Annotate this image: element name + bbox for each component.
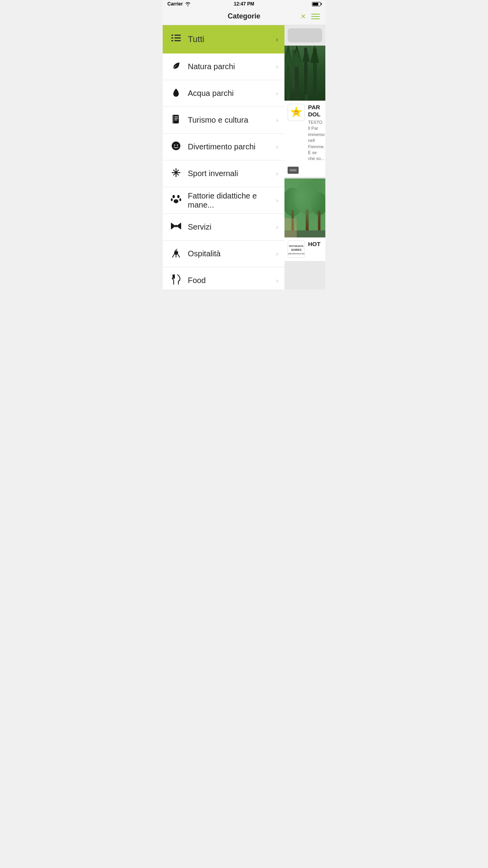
svg-rect-0 bbox=[171, 35, 173, 36]
svg-rect-2 bbox=[171, 40, 173, 41]
svg-text:SORES: SORES bbox=[291, 248, 302, 252]
carrier-label: Carrier bbox=[167, 1, 183, 7]
svg-rect-56 bbox=[306, 209, 308, 237]
leaf-icon bbox=[169, 61, 183, 72]
wifi-icon bbox=[185, 2, 191, 6]
card-2-info: RISTORANTE SORES wild adventure bar HOT bbox=[284, 237, 325, 261]
divertimento-arrow: › bbox=[276, 143, 278, 151]
battery-icon bbox=[312, 2, 321, 6]
ospitalita-arrow: › bbox=[276, 250, 278, 257]
svg-rect-4 bbox=[174, 37, 181, 39]
svg-rect-1 bbox=[171, 37, 173, 39]
search-bar[interactable] bbox=[288, 28, 322, 42]
card-2-title: HOT bbox=[308, 241, 322, 248]
card-1-logo: DOL bbox=[288, 104, 305, 121]
card-1-info: DOL PAR DOL TESTO Il Par immerso nell Fi… bbox=[284, 101, 325, 165]
categories-panel: Tutti › Natura parchi › Acqua parchi › bbox=[163, 25, 284, 289]
content-panel: DOL PAR DOL TESTO Il Par immerso nell Fi… bbox=[284, 25, 325, 289]
tutti-arrow: › bbox=[276, 35, 278, 44]
svg-rect-50 bbox=[290, 169, 297, 171]
book-icon bbox=[169, 114, 183, 126]
svg-point-22 bbox=[179, 172, 180, 173]
servizi-arrow: › bbox=[276, 224, 278, 231]
category-item-acqua-parchi[interactable]: Acqua parchi › bbox=[163, 80, 284, 107]
status-bar: Carrier 12:47 PM bbox=[163, 0, 325, 8]
svg-point-52 bbox=[284, 188, 303, 216]
category-item-fattorie[interactable]: Fattorie didattiche e mane... › bbox=[163, 187, 284, 214]
status-left: Carrier bbox=[167, 1, 191, 7]
svg-point-18 bbox=[175, 172, 177, 174]
svg-point-19 bbox=[176, 168, 177, 169]
svg-point-12 bbox=[174, 145, 175, 146]
svg-point-27 bbox=[174, 199, 178, 203]
category-item-divertimento-parchi[interactable]: Divertimento parchi › bbox=[163, 134, 284, 160]
category-item-food[interactable]: Food › bbox=[163, 267, 284, 289]
svg-text:RISTORANTE: RISTORANTE bbox=[289, 245, 303, 247]
svg-point-11 bbox=[172, 142, 180, 150]
turismo-cultura-label: Turismo e cultura bbox=[188, 116, 276, 125]
svg-point-20 bbox=[176, 176, 177, 177]
svg-point-24 bbox=[177, 195, 180, 198]
tutti-label: Tutti bbox=[188, 34, 276, 44]
card-2[interactable]: RISTORANTE SORES wild adventure bar HOT bbox=[284, 178, 325, 261]
main-layout: Tutti › Natura parchi › Acqua parchi › bbox=[163, 25, 325, 289]
card-2-logo: RISTORANTE SORES wild adventure bar bbox=[288, 241, 305, 258]
status-right bbox=[312, 2, 321, 6]
menu-line-1 bbox=[311, 14, 320, 15]
bowtie-icon bbox=[169, 222, 183, 232]
svg-rect-51 bbox=[284, 178, 325, 237]
paw-icon bbox=[169, 195, 183, 206]
divertimento-label: Divertimento parchi bbox=[188, 142, 276, 151]
sport-invernali-label: Sport invernali bbox=[188, 169, 276, 178]
battery-fill bbox=[313, 3, 318, 6]
fattorie-arrow: › bbox=[276, 197, 278, 204]
campfire-icon bbox=[169, 248, 183, 260]
close-button[interactable]: × bbox=[301, 11, 306, 22]
card-1-image bbox=[284, 46, 325, 101]
category-item-tutti[interactable]: Tutti › bbox=[163, 25, 284, 53]
svg-rect-55 bbox=[292, 210, 294, 237]
card-1-footer bbox=[284, 165, 325, 177]
svg-point-25 bbox=[171, 199, 173, 201]
svg-point-21 bbox=[172, 172, 173, 173]
category-item-ospitalita[interactable]: Ospitalità › bbox=[163, 241, 284, 267]
servizi-label: Servizi bbox=[188, 223, 276, 232]
cutlery-icon bbox=[169, 274, 183, 287]
smile-icon bbox=[169, 141, 183, 153]
svg-point-54 bbox=[311, 192, 325, 215]
svg-point-53 bbox=[295, 181, 319, 214]
svg-rect-3 bbox=[174, 35, 181, 36]
turismo-cultura-arrow: › bbox=[276, 117, 278, 124]
natura-parchi-label: Natura parchi bbox=[188, 62, 276, 71]
svg-point-26 bbox=[180, 199, 182, 201]
svg-point-28 bbox=[175, 225, 177, 227]
drop-icon bbox=[169, 88, 183, 99]
category-item-sport-invernali[interactable]: Sport invernali › bbox=[163, 160, 284, 187]
category-item-turismo-cultura[interactable]: Turismo e cultura › bbox=[163, 107, 284, 134]
acqua-parchi-label: Acqua parchi bbox=[188, 89, 276, 98]
acqua-parchi-arrow: › bbox=[276, 90, 278, 97]
fattorie-label: Fattorie didattiche e mane... bbox=[188, 191, 276, 210]
menu-line-2 bbox=[311, 16, 320, 17]
natura-parchi-arrow: › bbox=[276, 63, 278, 70]
card-1-text: PAR DOL TESTO Il Par immerso nell Fiemme… bbox=[308, 104, 325, 162]
svg-point-23 bbox=[172, 195, 175, 198]
svg-text:DOL: DOL bbox=[294, 112, 298, 114]
menu-button[interactable] bbox=[311, 14, 320, 19]
sport-invernali-arrow: › bbox=[276, 170, 278, 177]
status-time: 12:47 PM bbox=[234, 1, 254, 7]
category-item-servizi[interactable]: Servizi › bbox=[163, 214, 284, 241]
list-icon bbox=[169, 35, 183, 44]
menu-line-3 bbox=[311, 18, 320, 19]
card-1[interactable]: DOL PAR DOL TESTO Il Par immerso nell Fi… bbox=[284, 46, 325, 177]
food-label: Food bbox=[188, 276, 276, 285]
card-tag bbox=[288, 167, 299, 174]
header: Categorie × bbox=[163, 8, 325, 25]
card-1-body: TESTO Il Par immerso nell Fiemme. È se c… bbox=[308, 120, 325, 162]
food-arrow: › bbox=[276, 277, 278, 284]
svg-rect-59 bbox=[284, 218, 297, 237]
svg-point-13 bbox=[177, 145, 178, 146]
svg-text:wild adventure bar: wild adventure bar bbox=[288, 253, 305, 255]
category-item-natura-parchi[interactable]: Natura parchi › bbox=[163, 53, 284, 80]
svg-rect-45 bbox=[284, 46, 325, 101]
